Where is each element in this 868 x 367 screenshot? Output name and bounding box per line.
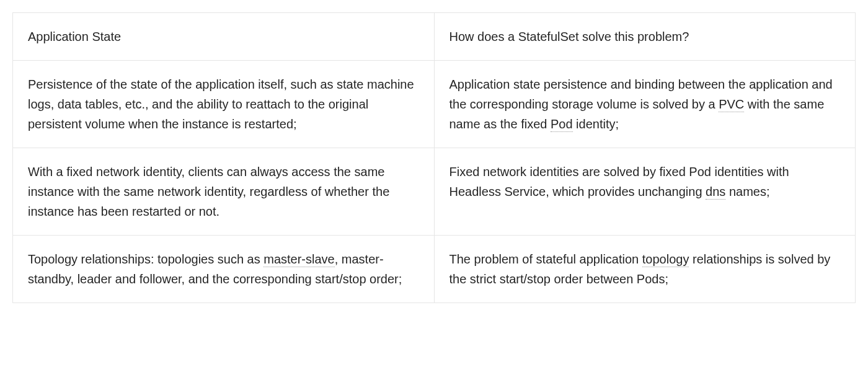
dotted-term: master-slave: [264, 252, 334, 267]
table-row: Persistence of the state of the applicat…: [13, 61, 856, 148]
dotted-term: dns: [706, 185, 725, 200]
statefulset-table: Application State How does a StatefulSet…: [12, 12, 856, 303]
table-row: With a fixed network identity, clients c…: [13, 148, 856, 236]
cell-application-state: Topology relationships: topologies such …: [13, 236, 435, 303]
header-statefulset-solution: How does a StatefulSet solve this proble…: [434, 13, 856, 61]
statefulset-table-wrapper: Application State How does a StatefulSet…: [12, 12, 856, 303]
table-body: Persistence of the state of the applicat…: [13, 61, 856, 303]
header-application-state: Application State: [13, 13, 435, 61]
table-row: Topology relationships: topologies such …: [13, 236, 856, 303]
cell-application-state: With a fixed network identity, clients c…: [13, 148, 435, 236]
cell-statefulset-solution: Fixed network identities are solved by f…: [434, 148, 856, 236]
table-header-row: Application State How does a StatefulSet…: [13, 13, 856, 61]
cell-statefulset-solution: Application state persistence and bindin…: [434, 61, 856, 148]
dotted-term: topology: [642, 252, 689, 267]
cell-application-state: Persistence of the state of the applicat…: [13, 61, 435, 148]
dotted-term: PVC: [719, 97, 744, 112]
cell-statefulset-solution: The problem of stateful application topo…: [434, 236, 856, 303]
dotted-term: Pod: [551, 117, 573, 132]
